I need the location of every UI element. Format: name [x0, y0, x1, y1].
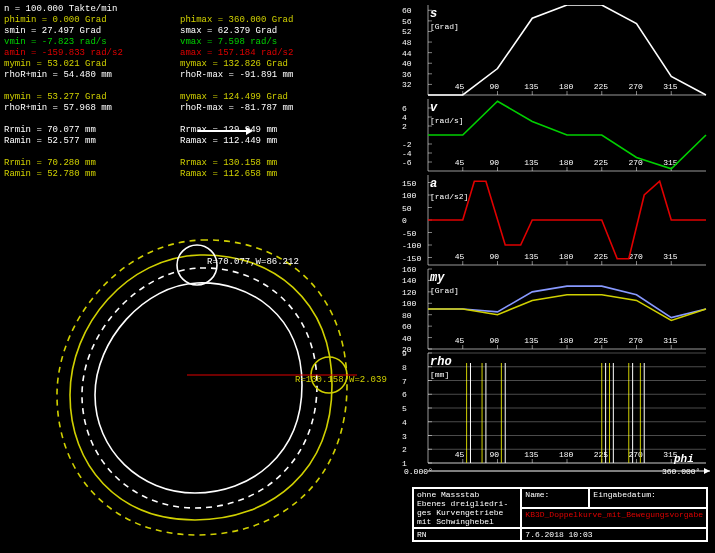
svg-text:3: 3 [402, 432, 407, 441]
param-row: n = 100.000 Takte/min [4, 4, 384, 15]
svg-text:4: 4 [402, 113, 407, 122]
param-row: Ramin = 52.577 mmRamax = 112.449 mm [4, 136, 384, 147]
svg-text:-150: -150 [402, 254, 421, 263]
file-name: KB3D_Doppelkurve_mit_Bewegungsvorgabe [525, 510, 703, 519]
svg-text:180: 180 [559, 450, 574, 459]
svg-text:45: 45 [455, 158, 465, 167]
svg-text:160: 160 [402, 265, 417, 274]
svg-text:-50: -50 [402, 229, 417, 238]
svg-text:2: 2 [402, 445, 407, 454]
svg-text:my: my [429, 271, 445, 285]
svg-text:180: 180 [559, 82, 574, 91]
svg-text:90: 90 [490, 82, 500, 91]
eingabe-header: Eingabedatum: [593, 490, 655, 499]
svg-text:315: 315 [663, 252, 678, 261]
svg-text:45: 45 [455, 82, 465, 91]
svg-text:4: 4 [402, 418, 407, 427]
param-row: mymin = 53.021 Gradmymax = 132.826 Grad [4, 59, 384, 70]
svg-text:40: 40 [402, 59, 412, 68]
svg-text:0: 0 [402, 216, 407, 225]
svg-text:270: 270 [629, 82, 644, 91]
svg-text:225: 225 [594, 158, 609, 167]
svg-text:100: 100 [402, 191, 417, 200]
param-row: Rrmin = 70.077 mmRrmax = 129.949 mm [4, 125, 384, 136]
svg-text:-100: -100 [402, 241, 421, 250]
svg-text:140: 140 [402, 276, 417, 285]
param-row: Rrmin = 70.280 mmRrmax = 130.158 mm [4, 158, 384, 169]
svg-text:8: 8 [402, 363, 407, 372]
direction-arrow-icon [198, 130, 248, 132]
cam-marker-2: R=130.158,W=2.039 [295, 375, 387, 385]
svg-text:80: 80 [402, 311, 412, 320]
svg-text:90: 90 [490, 252, 500, 261]
svg-text:45: 45 [455, 336, 465, 345]
svg-text:120: 120 [402, 288, 417, 297]
svg-text:270: 270 [629, 336, 644, 345]
svg-text:-4: -4 [402, 149, 412, 158]
svg-text:50: 50 [402, 204, 412, 213]
svg-text:225: 225 [594, 336, 609, 345]
svg-text:90: 90 [490, 450, 500, 459]
param-row: smin = 27.497 Gradsmax = 62.379 Grad [4, 26, 384, 37]
svg-text:135: 135 [524, 252, 539, 261]
param-row: vmin = -7.823 rad/svmax = 7.598 rad/s [4, 37, 384, 48]
svg-text:9: 9 [402, 349, 407, 358]
svg-text:180: 180 [559, 252, 574, 261]
x-max: 360.000° [662, 467, 700, 476]
svg-text:135: 135 [524, 82, 539, 91]
svg-text:6: 6 [402, 390, 407, 399]
svg-text:32: 32 [402, 80, 412, 89]
svg-text:48: 48 [402, 38, 412, 47]
svg-text:90: 90 [490, 158, 500, 167]
scale-label: ohne Massstab [417, 490, 479, 499]
svg-text:56: 56 [402, 17, 412, 26]
x-min: 0.000° [404, 467, 433, 476]
svg-text:45: 45 [455, 252, 465, 261]
svg-text:[rad/s2]: [rad/s2] [430, 192, 468, 201]
parameter-panel: n = 100.000 Takte/minphimin = 0.000 Grad… [4, 4, 384, 180]
svg-text:a: a [430, 177, 437, 191]
svg-text:135: 135 [524, 158, 539, 167]
svg-text:150: 150 [402, 179, 417, 188]
svg-text:36: 36 [402, 70, 412, 79]
svg-text:60: 60 [402, 6, 412, 15]
svg-text:225: 225 [594, 252, 609, 261]
svg-text:45: 45 [455, 450, 465, 459]
svg-text:[rad/s]: [rad/s] [430, 116, 464, 125]
svg-text:90: 90 [490, 336, 500, 345]
svg-text:52: 52 [402, 27, 412, 36]
svg-text:6: 6 [402, 104, 407, 113]
svg-text:315: 315 [663, 158, 678, 167]
svg-text:100: 100 [402, 299, 417, 308]
svg-text:[mm]: [mm] [430, 370, 449, 379]
svg-text:315: 315 [663, 82, 678, 91]
svg-text:60: 60 [402, 322, 412, 331]
svg-text:44: 44 [402, 49, 412, 58]
title-block: ohne Massstab Ebenes dreigliedri- ges Ku… [412, 487, 708, 542]
svg-text:180: 180 [559, 158, 574, 167]
svg-text:270: 270 [629, 450, 644, 459]
svg-text:225: 225 [594, 82, 609, 91]
param-row: rhoR+min = 54.480 mmrhoR-max = -91.891 m… [4, 70, 384, 81]
param-row: phimin = 0.000 Gradphimax = 360.000 Grad [4, 15, 384, 26]
param-row: rhoR+min = 57.968 mmrhoR-max = -81.787 m… [4, 103, 384, 114]
param-row: Ramin = 52.780 mmRamax = 112.658 mm [4, 169, 384, 180]
author: RN [417, 530, 427, 539]
svg-text:225: 225 [594, 450, 609, 459]
svg-text:[Grad]: [Grad] [430, 22, 459, 31]
name-header: Name: [525, 490, 549, 499]
svg-text:-6: -6 [402, 158, 412, 167]
svg-text:2: 2 [402, 122, 407, 131]
svg-text:[Grad]: [Grad] [430, 286, 459, 295]
svg-text:135: 135 [524, 336, 539, 345]
svg-text:s: s [430, 7, 437, 21]
svg-text:315: 315 [663, 336, 678, 345]
svg-text:40: 40 [402, 334, 412, 343]
svg-text:v: v [430, 101, 438, 115]
svg-text:180: 180 [559, 336, 574, 345]
cam-marker-1: R=70.077,W=86.212 [207, 257, 299, 267]
param-row: amin = -159.833 rad/s2amax = 157.184 rad… [4, 48, 384, 59]
date: 7.6.2018 10:03 [525, 530, 592, 539]
svg-text:135: 135 [524, 450, 539, 459]
svg-text:7: 7 [402, 377, 407, 386]
